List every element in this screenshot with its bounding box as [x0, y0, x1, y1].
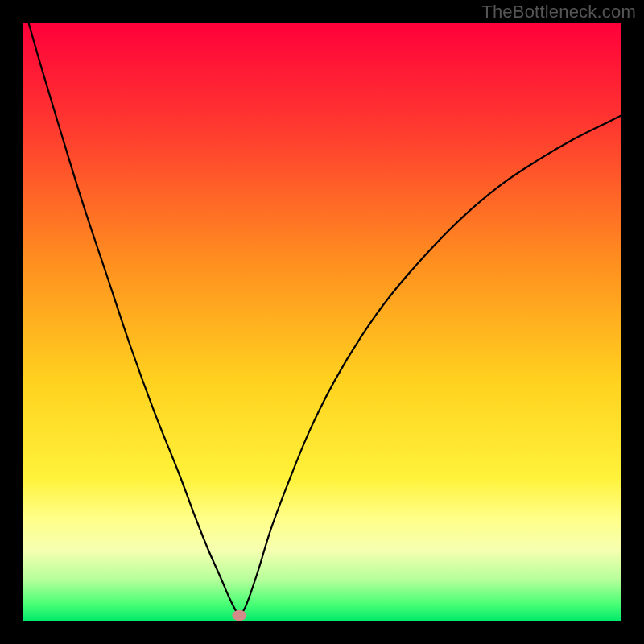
chart-frame: TheBottleneck.com [0, 0, 644, 644]
watermark-text: TheBottleneck.com [481, 2, 636, 23]
gradient-background [23, 23, 621, 621]
minimum-marker [232, 610, 246, 621]
bottleneck-chart [23, 23, 621, 621]
